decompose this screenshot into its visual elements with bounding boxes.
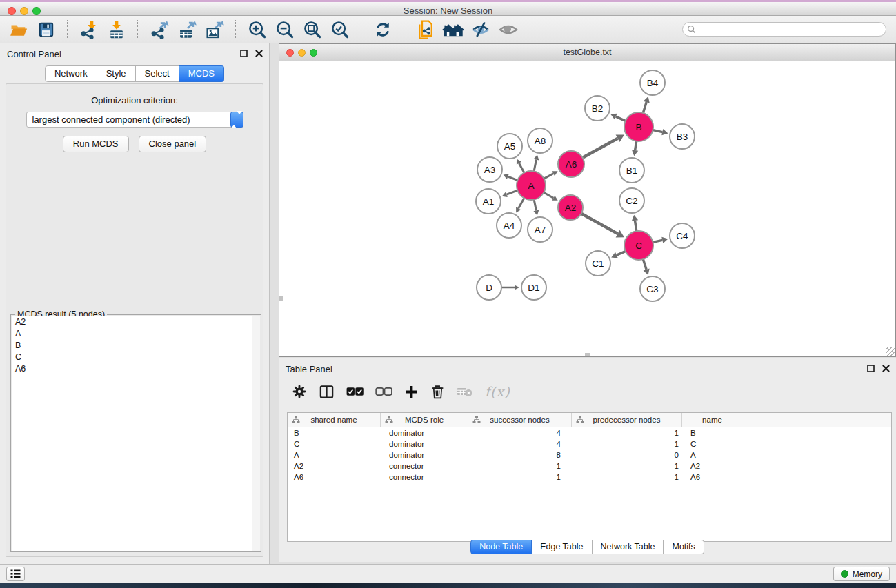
export-image-button[interactable] [203, 18, 226, 41]
graph-edge-B-B4[interactable] [643, 97, 650, 114]
column-header-shared-name[interactable]: shared name [288, 413, 381, 427]
open-file-button[interactable] [7, 18, 30, 41]
graph-node-B2[interactable]: B2 [585, 96, 610, 121]
graph-edge-B-B1[interactable] [632, 141, 638, 156]
result-item-a6[interactable]: A6 [12, 363, 260, 375]
tab-network[interactable]: Network [45, 65, 97, 82]
graph-edge-C-C3[interactable] [643, 258, 650, 275]
table-row-a2[interactable]: A2connector11A2 [288, 460, 891, 472]
table-row-a[interactable]: Adominator80A [288, 449, 891, 460]
function-builder-button[interactable]: f(x) [485, 384, 510, 399]
graph-edge-A6-B[interactable] [582, 134, 624, 158]
graph-edge-A-A2[interactable] [543, 192, 557, 201]
table-tab-network-table[interactable]: Network Table [593, 540, 664, 554]
table-tab-motifs[interactable]: Motifs [664, 540, 704, 554]
table-tab-edge-table[interactable]: Edge Table [532, 540, 592, 554]
graph-node-A[interactable]: A [517, 171, 546, 200]
import-table-button[interactable] [105, 18, 128, 41]
network-canvas[interactable]: AA1A2A3A4A5A6A7A8BB1B2B3B4CC1C2C3C4DD1 [279, 61, 895, 356]
graph-node-C4[interactable]: C4 [670, 223, 695, 248]
graph-node-C1[interactable]: C1 [586, 251, 610, 276]
table-tab-node-table[interactable]: Node Table [470, 540, 532, 554]
memory-button[interactable]: Memory [833, 567, 890, 581]
column-header-predecessor-nodes[interactable]: predecessor nodes [572, 413, 682, 427]
graph-node-B1[interactable]: B1 [619, 158, 644, 183]
result-item-b[interactable]: B [12, 340, 260, 352]
tab-select[interactable]: Select [136, 65, 179, 82]
search-input[interactable] [699, 23, 886, 35]
delete-column-button[interactable] [430, 384, 445, 399]
graph-edge-C-C1[interactable] [611, 251, 626, 258]
result-item-c[interactable]: C [12, 352, 260, 363]
show-columns-button[interactable] [319, 384, 335, 400]
column-header-successor-nodes[interactable]: successor nodes [468, 413, 572, 427]
graph-node-C2[interactable]: C2 [619, 188, 644, 213]
column-header-name[interactable]: name [682, 413, 742, 427]
save-session-button[interactable] [34, 18, 57, 41]
graph-node-B[interactable]: B [624, 112, 653, 141]
tab-mcds[interactable]: MCDS [179, 65, 224, 82]
graph-edge-D-D1[interactable] [501, 285, 519, 290]
graph-node-A4[interactable]: A4 [497, 213, 521, 238]
refresh-button[interactable] [371, 18, 394, 41]
graph-node-B3[interactable]: B3 [670, 124, 695, 149]
result-item-a[interactable]: A [12, 328, 260, 340]
result-scrollbar[interactable] [252, 316, 260, 551]
delete-table-button[interactable] [457, 386, 473, 398]
graph-node-A6[interactable]: A6 [558, 151, 584, 177]
close-panel-icon[interactable] [882, 365, 890, 372]
graph-edge-C-C2[interactable] [632, 215, 638, 232]
graph-edge-B-B2[interactable] [610, 114, 626, 121]
graph-node-C[interactable]: C [624, 231, 653, 260]
select-all-button[interactable] [346, 387, 364, 396]
close-panel-icon[interactable] [255, 50, 263, 57]
table-row-b[interactable]: Bdominator41B [288, 427, 891, 438]
export-network-button[interactable] [148, 18, 170, 41]
result-item-a2[interactable]: A2 [12, 316, 260, 328]
home-button[interactable] [441, 18, 464, 41]
graph-node-A5[interactable]: A5 [497, 134, 522, 159]
table-row-a6[interactable]: A6connector11A6 [288, 472, 891, 483]
network-snapshot-button[interactable] [414, 18, 437, 41]
graph-edge-C-C4[interactable] [653, 237, 668, 243]
zoom-fit-button[interactable] [301, 18, 323, 41]
graph-edge-A2-C[interactable] [581, 213, 624, 237]
run-mcds-button[interactable]: Run MCDS [63, 136, 129, 152]
graph-node-D1[interactable]: D1 [521, 275, 546, 300]
graph-node-B4[interactable]: B4 [640, 70, 665, 95]
add-column-button[interactable] [404, 385, 419, 399]
zoom-selected-button[interactable] [328, 18, 351, 41]
birds-eye-button[interactable] [497, 18, 519, 41]
table-settings-button[interactable] [292, 384, 307, 399]
graph-node-A8[interactable]: A8 [528, 128, 552, 153]
graph-edge-B-B3[interactable] [653, 129, 668, 135]
export-table-button[interactable] [175, 18, 198, 41]
graph-node-C3[interactable]: C3 [640, 276, 665, 301]
import-network-button[interactable] [77, 18, 100, 41]
graph-edge-A-A5[interactable] [517, 159, 525, 173]
tab-style[interactable]: Style [97, 65, 136, 82]
float-panel-icon[interactable] [240, 50, 248, 57]
optimization-criterion-select[interactable]: largest connected component (directed) [26, 112, 243, 128]
graph-node-A1[interactable]: A1 [476, 189, 501, 214]
graph-edge-A-A3[interactable] [504, 174, 519, 181]
float-panel-icon[interactable] [867, 365, 875, 372]
graph-edge-A-A4[interactable] [516, 198, 524, 213]
graphics-details-button[interactable] [469, 18, 492, 41]
zoom-in-button[interactable] [246, 18, 268, 41]
graph-edge-A-A6[interactable] [544, 171, 558, 179]
graph-edge-A-A7[interactable] [533, 199, 539, 216]
task-history-button[interactable] [6, 567, 25, 581]
close-panel-button[interactable]: Close panel [139, 136, 207, 152]
column-header-mcds-role[interactable]: MCDS role [381, 413, 468, 427]
graph-edge-A-A8[interactable] [533, 155, 539, 172]
graph-node-A2[interactable]: A2 [558, 195, 583, 220]
graph-node-D[interactable]: D [477, 275, 501, 300]
zoom-out-button[interactable] [273, 18, 296, 41]
table-row-c[interactable]: Cdominator41C [288, 438, 891, 449]
unselect-all-button[interactable] [375, 387, 392, 396]
graph-node-A7[interactable]: A7 [528, 217, 552, 242]
graph-node-A3[interactable]: A3 [477, 157, 502, 182]
graph-edge-A-A1[interactable] [502, 190, 519, 197]
window-resize-handle[interactable] [886, 347, 895, 356]
